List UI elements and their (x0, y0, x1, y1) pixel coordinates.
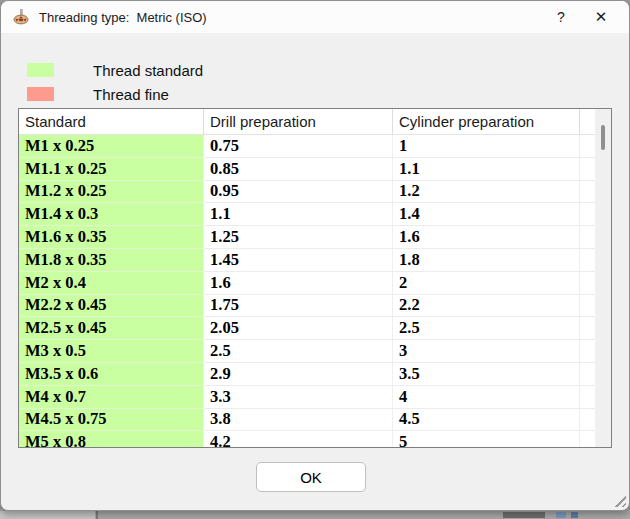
cell-drill-preparation: 1.45 (204, 249, 393, 272)
cell-cylinder-preparation: 1.2 (393, 181, 580, 204)
cell-drill-preparation: 3.3 (204, 386, 393, 409)
help-button[interactable]: ? (541, 1, 581, 33)
cell-standard: M4.5 x 0.75 (19, 409, 204, 432)
cell-standard: M2.2 x 0.45 (19, 295, 204, 318)
resize-grip-icon[interactable] (612, 493, 626, 507)
table-row[interactable]: M1.4 x 0.3 1.1 1.4 (19, 203, 611, 226)
cell-drill-preparation: 0.75 (204, 135, 393, 158)
cell-drill-preparation: 1.1 (204, 203, 393, 226)
cell-cylinder-preparation: 1.4 (393, 203, 580, 226)
close-button[interactable]: ✕ (581, 1, 621, 33)
cell-drill-preparation: 2.9 (204, 363, 393, 386)
cell-standard: M3.5 x 0.6 (19, 363, 204, 386)
cell-cylinder-preparation: 1.6 (393, 226, 580, 249)
table-row[interactable]: M4 x 0.7 3.3 4 (19, 386, 611, 409)
cell-cylinder-preparation: 1 (393, 135, 580, 158)
cell-drill-preparation: 4.2 (204, 431, 393, 448)
cell-drill-preparation: 2.5 (204, 340, 393, 363)
title-bar[interactable]: Threading type: Metric (ISO) ? ✕ (1, 1, 629, 33)
cell-cylinder-preparation: 3 (393, 340, 580, 363)
cell-drill-preparation: 2.05 (204, 317, 393, 340)
table-row[interactable]: M1 x 0.25 0.75 1 (19, 135, 611, 158)
cell-cylinder-preparation: 2.5 (393, 317, 580, 340)
table-header-row: Standard Drill preparation Cylinder prep… (19, 109, 611, 135)
thread-table: Standard Drill preparation Cylinder prep… (18, 108, 612, 448)
legend-item-standard: Thread standard (27, 58, 203, 82)
cell-cylinder-preparation: 1.1 (393, 158, 580, 181)
table-row[interactable]: M3.5 x 0.6 2.9 3.5 (19, 363, 611, 386)
column-header-drill-preparation[interactable]: Drill preparation (204, 109, 393, 134)
cell-drill-preparation: 1.6 (204, 272, 393, 295)
cell-cylinder-preparation: 5 (393, 431, 580, 448)
thread-standard-label: Thread standard (93, 62, 203, 79)
cell-cylinder-preparation: 1.8 (393, 249, 580, 272)
cell-standard: M3 x 0.5 (19, 340, 204, 363)
table-row[interactable]: M2.5 x 0.45 2.05 2.5 (19, 317, 611, 340)
vertical-scrollbar[interactable] (595, 109, 611, 447)
cell-standard: M1.1 x 0.25 (19, 158, 204, 181)
cell-standard: M2.5 x 0.45 (19, 317, 204, 340)
cell-cylinder-preparation: 4.5 (393, 409, 580, 432)
table-row[interactable]: M1.2 x 0.25 0.95 1.2 (19, 181, 611, 204)
cell-standard: M5 x 0.8 (19, 431, 204, 448)
cell-drill-preparation: 1.75 (204, 295, 393, 318)
scrollbar-thumb[interactable] (601, 125, 605, 150)
threading-tool-icon (12, 8, 30, 26)
table-row[interactable]: M1.6 x 0.35 1.25 1.6 (19, 226, 611, 249)
cell-cylinder-preparation: 2.2 (393, 295, 580, 318)
cell-drill-preparation: 1.25 (204, 226, 393, 249)
cell-standard: M1 x 0.25 (19, 135, 204, 158)
table-row[interactable]: M2.2 x 0.45 1.75 2.2 (19, 295, 611, 318)
legend-item-fine: Thread fine (27, 82, 203, 106)
table-body: M1 x 0.25 0.75 1 M1.1 x 0.25 0.85 1.1 M1… (19, 135, 611, 448)
ok-button[interactable]: OK (256, 462, 366, 492)
window-title: Threading type: Metric (ISO) (39, 10, 207, 25)
column-header-cylinder-preparation[interactable]: Cylinder preparation (393, 109, 580, 134)
threading-type-dialog: Threading type: Metric (ISO) ? ✕ Thread … (0, 0, 630, 511)
cell-cylinder-preparation: 3.5 (393, 363, 580, 386)
thread-fine-swatch (27, 87, 54, 101)
cell-standard: M1.2 x 0.25 (19, 181, 204, 204)
screen: Threading type: Metric (ISO) ? ✕ Thread … (0, 0, 630, 519)
cell-cylinder-preparation: 2 (393, 272, 580, 295)
column-header-standard[interactable]: Standard (19, 109, 204, 134)
cell-standard: M1.6 x 0.35 (19, 226, 204, 249)
thread-fine-label: Thread fine (93, 86, 169, 103)
table-row[interactable]: M4.5 x 0.75 3.8 4.5 (19, 409, 611, 432)
table-row[interactable]: M3 x 0.5 2.5 3 (19, 340, 611, 363)
cell-drill-preparation: 0.95 (204, 181, 393, 204)
table-row[interactable]: M2 x 0.4 1.6 2 (19, 272, 611, 295)
cell-standard: M1.4 x 0.3 (19, 203, 204, 226)
cell-drill-preparation: 0.85 (204, 158, 393, 181)
table-row[interactable]: M1.1 x 0.25 0.85 1.1 (19, 158, 611, 181)
cell-cylinder-preparation: 4 (393, 386, 580, 409)
legend: Thread standard Thread fine (27, 58, 203, 106)
cell-standard: M1.8 x 0.35 (19, 249, 204, 272)
cell-standard: M2 x 0.4 (19, 272, 204, 295)
table-row[interactable]: M5 x 0.8 4.2 5 (19, 431, 611, 448)
cell-drill-preparation: 3.8 (204, 409, 393, 432)
cell-standard: M4 x 0.7 (19, 386, 204, 409)
table-row[interactable]: M1.8 x 0.35 1.45 1.8 (19, 249, 611, 272)
thread-standard-swatch (27, 63, 54, 77)
